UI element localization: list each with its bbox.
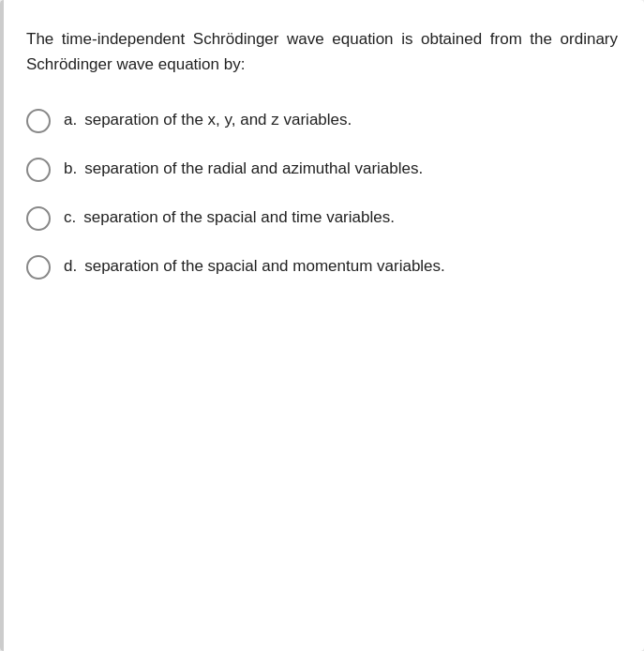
option-content-d: d. separation of the spacial and momentu… — [64, 253, 445, 279]
radio-a[interactable] — [26, 109, 51, 133]
option-label-a: a. — [64, 107, 77, 132]
option-label-c: c. — [64, 204, 76, 230]
option-label-b: b. — [64, 156, 77, 181]
radio-c[interactable] — [26, 206, 51, 231]
option-item-a[interactable]: a. separation of the x, y, and z variabl… — [26, 107, 618, 133]
radio-d[interactable] — [26, 255, 51, 280]
card-border — [0, 0, 4, 651]
option-content-a: a. separation of the x, y, and z variabl… — [64, 107, 352, 132]
option-item-b[interactable]: b. separation of the radial and azimutha… — [26, 156, 618, 182]
question-text: The time-independent Schrödinger wave eq… — [26, 26, 618, 77]
option-content-b: b. separation of the radial and azimutha… — [64, 156, 423, 181]
radio-b[interactable] — [26, 158, 51, 182]
options-list: a. separation of the x, y, and z variabl… — [26, 107, 618, 280]
option-item-d[interactable]: d. separation of the spacial and momentu… — [26, 253, 618, 280]
option-text-b: separation of the radial and azimuthal v… — [84, 156, 423, 181]
question-card: The time-independent Schrödinger wave eq… — [0, 0, 644, 651]
option-label-d: d. — [64, 253, 77, 279]
option-content-c: c. separation of the spacial and time va… — [64, 204, 395, 230]
option-text-c: separation of the spacial and time varia… — [83, 204, 395, 230]
option-text-d: separation of the spacial and momentum v… — [84, 253, 445, 279]
option-text-a: separation of the x, y, and z variables. — [84, 107, 352, 132]
option-item-c[interactable]: c. separation of the spacial and time va… — [26, 204, 618, 231]
